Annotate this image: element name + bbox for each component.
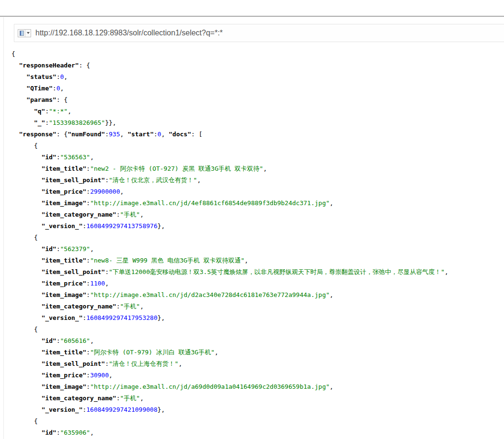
json-line: "id":"635906", [11,427,504,439]
json-line: "id":"562379", [11,243,504,255]
json-line: "item_image":"http://image.e3mall.cn/jd/… [11,198,504,209]
json-line: "item_title":"阿尔卡特 (OT-979) 冰川白 联通3G手机", [11,347,504,358]
json-line: "response": {"numFound":935, "start":0, … [11,129,504,140]
json-line: "item_image":"http://image.e3mall.cn/jd/… [11,381,504,393]
json-line: "responseHeader": { [11,60,504,71]
json-line: "id":"605616", [11,335,504,347]
favicon-control[interactable] [18,29,31,37]
page-icon [18,30,25,37]
json-line: "_version_":1608499297417953280}, [11,312,504,324]
json-line: "QTime":0, [11,83,504,94]
json-line: "item_price":30900, [11,370,504,381]
json-line: { [11,416,504,427]
json-line: "_":"1533983826965"}}, [11,117,504,129]
json-line: "_version_":1608499297413758976}, [11,220,504,232]
url-text[interactable]: http://192.168.18.129:8983/solr/collecti… [35,29,223,37]
json-line: "item_image":"http://image.e3mall.cn/jd/… [11,289,504,301]
json-line: "item_price":1100, [11,278,504,289]
json-line: "status":0, [11,71,504,83]
json-line: "params": { [11,94,504,106]
json-line: "item_category_name":"手机", [11,393,504,404]
json-line: { [11,140,504,152]
json-line: { [11,48,504,60]
json-line: { [11,232,504,243]
window-left-edge [3,17,4,439]
json-line: "item_sell_point":"清仓！仅上海仓有货！", [11,358,504,370]
chevron-down-icon[interactable] [25,30,31,37]
window-top-divider [0,16,504,17]
json-line: "q":"*:*", [11,106,504,117]
json-line: "id":"536563", [11,152,504,163]
json-line: "item_sell_point":"清仓！仅北京，武汉仓有货！", [11,175,504,186]
json-line: { [11,324,504,335]
json-line: "item_title":"new8- 三星 W999 黑色 电信3G手机 双卡… [11,255,504,266]
json-response-view: { "responseHeader": { "status":0, "QTime… [11,48,504,439]
json-line: "item_title":"new2 - 阿尔卡特 (OT-927) 炭黑 联通… [11,163,504,175]
json-line: "item_price":29900000, [11,186,504,198]
json-line: "item_category_name":"手机", [11,209,504,220]
json-line: "item_category_name":"手机", [11,301,504,312]
address-bar[interactable]: http://192.168.18.129:8983/solr/collecti… [14,24,504,42]
json-line: "_version_":1608499297421099008}, [11,404,504,416]
json-line: "item_sell_point":"下单送12000毫安移动电源！双3.5英寸… [11,266,504,278]
